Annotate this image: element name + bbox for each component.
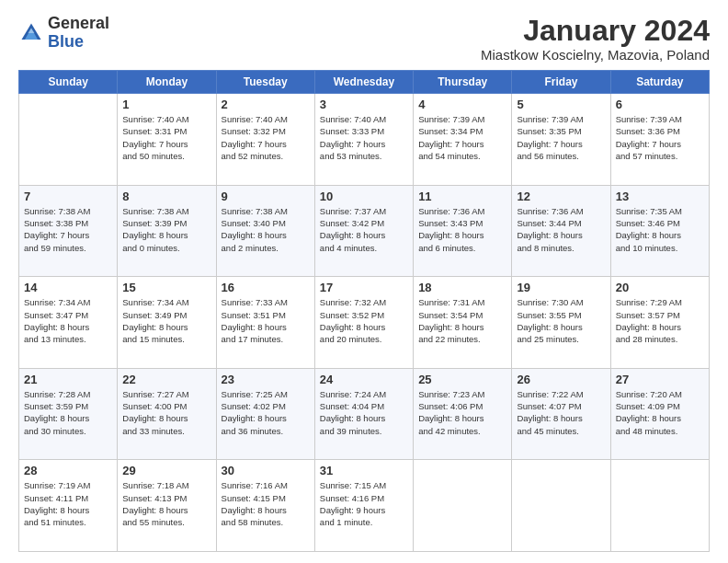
day-info-24: Sunrise: 7:24 AM Sunset: 4:04 PM Dayligh…: [320, 388, 408, 437]
day-number-5: 5: [517, 98, 605, 111]
calendar-cell-w4-d7: 27Sunrise: 7:20 AM Sunset: 4:09 PM Dayli…: [610, 368, 709, 460]
calendar-table: Sunday Monday Tuesday Wednesday Thursday…: [18, 70, 710, 552]
day-info-2: Sunrise: 7:40 AM Sunset: 3:32 PM Dayligh…: [222, 113, 310, 162]
week-row-2: 7Sunrise: 7:38 AM Sunset: 3:38 PM Daylig…: [19, 185, 710, 277]
calendar-cell-w1-d2: 1Sunrise: 7:40 AM Sunset: 3:31 PM Daylig…: [118, 94, 216, 186]
calendar-cell-w5-d2: 29Sunrise: 7:18 AM Sunset: 4:13 PM Dayli…: [118, 460, 216, 552]
calendar-cell-w5-d1: 28Sunrise: 7:19 AM Sunset: 4:11 PM Dayli…: [19, 460, 118, 552]
day-number-6: 6: [616, 98, 704, 111]
day-number-10: 10: [320, 190, 408, 203]
calendar-cell-w4-d1: 21Sunrise: 7:28 AM Sunset: 3:59 PM Dayli…: [19, 368, 118, 460]
day-number-31: 31: [320, 464, 408, 477]
calendar-cell-w3-d5: 18Sunrise: 7:31 AM Sunset: 3:54 PM Dayli…: [414, 277, 512, 369]
calendar-cell-w4-d3: 23Sunrise: 7:25 AM Sunset: 4:02 PM Dayli…: [216, 368, 314, 460]
day-number-19: 19: [517, 281, 605, 294]
week-row-3: 14Sunrise: 7:34 AM Sunset: 3:47 PM Dayli…: [19, 277, 710, 369]
day-number-3: 3: [320, 98, 408, 111]
header-thursday: Thursday: [414, 71, 512, 94]
calendar-cell-w2-d1: 7Sunrise: 7:38 AM Sunset: 3:38 PM Daylig…: [19, 185, 118, 277]
day-info-11: Sunrise: 7:36 AM Sunset: 3:43 PM Dayligh…: [418, 205, 506, 254]
header-tuesday: Tuesday: [216, 71, 314, 94]
calendar-cell-w4-d4: 24Sunrise: 7:24 AM Sunset: 4:04 PM Dayli…: [314, 368, 413, 460]
day-number-16: 16: [222, 281, 310, 294]
day-number-18: 18: [418, 281, 506, 294]
calendar-cell-w4-d2: 22Sunrise: 7:27 AM Sunset: 4:00 PM Dayli…: [118, 368, 216, 460]
page: General Blue January 2024 Miastkow Kosci…: [0, 0, 728, 563]
day-info-19: Sunrise: 7:30 AM Sunset: 3:55 PM Dayligh…: [517, 296, 605, 345]
day-number-14: 14: [24, 281, 112, 294]
day-number-2: 2: [222, 98, 310, 111]
day-info-16: Sunrise: 7:33 AM Sunset: 3:51 PM Dayligh…: [222, 296, 310, 345]
calendar-cell-w4-d6: 26Sunrise: 7:22 AM Sunset: 4:07 PM Dayli…: [512, 368, 610, 460]
calendar-cell-w1-d7: 6Sunrise: 7:39 AM Sunset: 3:36 PM Daylig…: [610, 94, 709, 186]
day-info-21: Sunrise: 7:28 AM Sunset: 3:59 PM Dayligh…: [24, 388, 112, 437]
day-info-3: Sunrise: 7:40 AM Sunset: 3:33 PM Dayligh…: [320, 113, 408, 162]
day-info-12: Sunrise: 7:36 AM Sunset: 3:44 PM Dayligh…: [517, 205, 605, 254]
location-subtitle: Miastkow Koscielny, Mazovia, Poland: [481, 47, 710, 63]
header-monday: Monday: [118, 71, 216, 94]
calendar-cell-w5-d5: [414, 460, 512, 552]
logo: General Blue: [18, 15, 109, 52]
header-saturday: Saturday: [610, 71, 709, 94]
calendar-cell-w3-d3: 16Sunrise: 7:33 AM Sunset: 3:51 PM Dayli…: [216, 277, 314, 369]
month-title: January 2024: [481, 15, 710, 47]
calendar-cell-w3-d4: 17Sunrise: 7:32 AM Sunset: 3:52 PM Dayli…: [314, 277, 413, 369]
day-info-4: Sunrise: 7:39 AM Sunset: 3:34 PM Dayligh…: [418, 113, 506, 162]
day-info-14: Sunrise: 7:34 AM Sunset: 3:47 PM Dayligh…: [24, 296, 112, 345]
calendar-cell-w3-d6: 19Sunrise: 7:30 AM Sunset: 3:55 PM Dayli…: [512, 277, 610, 369]
week-row-4: 21Sunrise: 7:28 AM Sunset: 3:59 PM Dayli…: [19, 368, 710, 460]
day-number-1: 1: [122, 98, 210, 111]
day-info-1: Sunrise: 7:40 AM Sunset: 3:31 PM Dayligh…: [122, 113, 210, 162]
day-info-31: Sunrise: 7:15 AM Sunset: 4:16 PM Dayligh…: [320, 479, 408, 528]
calendar-cell-w2-d7: 13Sunrise: 7:35 AM Sunset: 3:46 PM Dayli…: [610, 185, 709, 277]
logo-general: General: [48, 14, 109, 32]
day-number-13: 13: [616, 190, 704, 203]
day-number-15: 15: [122, 281, 210, 294]
calendar-cell-w5-d4: 31Sunrise: 7:15 AM Sunset: 4:16 PM Dayli…: [314, 460, 413, 552]
day-info-22: Sunrise: 7:27 AM Sunset: 4:00 PM Dayligh…: [122, 388, 210, 437]
calendar-cell-w3-d1: 14Sunrise: 7:34 AM Sunset: 3:47 PM Dayli…: [19, 277, 118, 369]
calendar-cell-w2-d6: 12Sunrise: 7:36 AM Sunset: 3:44 PM Dayli…: [512, 185, 610, 277]
calendar-cell-w1-d6: 5Sunrise: 7:39 AM Sunset: 3:35 PM Daylig…: [512, 94, 610, 186]
day-info-25: Sunrise: 7:23 AM Sunset: 4:06 PM Dayligh…: [418, 388, 506, 437]
week-row-5: 28Sunrise: 7:19 AM Sunset: 4:11 PM Dayli…: [19, 460, 710, 552]
day-number-23: 23: [222, 373, 310, 386]
calendar-cell-w4-d5: 25Sunrise: 7:23 AM Sunset: 4:06 PM Dayli…: [414, 368, 512, 460]
day-number-21: 21: [24, 373, 112, 386]
day-info-15: Sunrise: 7:34 AM Sunset: 3:49 PM Dayligh…: [122, 296, 210, 345]
week-row-1: 1Sunrise: 7:40 AM Sunset: 3:31 PM Daylig…: [19, 94, 710, 186]
day-info-6: Sunrise: 7:39 AM Sunset: 3:36 PM Dayligh…: [616, 113, 704, 162]
day-info-17: Sunrise: 7:32 AM Sunset: 3:52 PM Dayligh…: [320, 296, 408, 345]
day-info-10: Sunrise: 7:37 AM Sunset: 3:42 PM Dayligh…: [320, 205, 408, 254]
calendar-body: 1Sunrise: 7:40 AM Sunset: 3:31 PM Daylig…: [19, 94, 710, 552]
day-info-29: Sunrise: 7:18 AM Sunset: 4:13 PM Dayligh…: [122, 479, 210, 528]
day-info-27: Sunrise: 7:20 AM Sunset: 4:09 PM Dayligh…: [616, 388, 704, 437]
day-info-30: Sunrise: 7:16 AM Sunset: 4:15 PM Dayligh…: [222, 479, 310, 528]
day-number-30: 30: [222, 464, 310, 477]
day-number-9: 9: [222, 190, 310, 203]
calendar-cell-w1-d5: 4Sunrise: 7:39 AM Sunset: 3:34 PM Daylig…: [414, 94, 512, 186]
day-number-11: 11: [418, 190, 506, 203]
weekday-header-row: Sunday Monday Tuesday Wednesday Thursday…: [19, 71, 710, 94]
header-wednesday: Wednesday: [314, 71, 413, 94]
day-info-23: Sunrise: 7:25 AM Sunset: 4:02 PM Dayligh…: [222, 388, 310, 437]
title-block: January 2024 Miastkow Koscielny, Mazovia…: [481, 15, 710, 63]
calendar-cell-w1-d4: 3Sunrise: 7:40 AM Sunset: 3:33 PM Daylig…: [314, 94, 413, 186]
day-number-24: 24: [320, 373, 408, 386]
day-number-22: 22: [122, 373, 210, 386]
calendar-cell-w5-d3: 30Sunrise: 7:16 AM Sunset: 4:15 PM Dayli…: [216, 460, 314, 552]
calendar-cell-w2-d2: 8Sunrise: 7:38 AM Sunset: 3:39 PM Daylig…: [118, 185, 216, 277]
calendar-cell-w2-d3: 9Sunrise: 7:38 AM Sunset: 3:40 PM Daylig…: [216, 185, 314, 277]
logo-blue: Blue: [48, 32, 84, 51]
day-info-26: Sunrise: 7:22 AM Sunset: 4:07 PM Dayligh…: [517, 388, 605, 437]
day-info-7: Sunrise: 7:38 AM Sunset: 3:38 PM Dayligh…: [24, 205, 112, 254]
day-info-13: Sunrise: 7:35 AM Sunset: 3:46 PM Dayligh…: [616, 205, 704, 254]
calendar-cell-w2-d5: 11Sunrise: 7:36 AM Sunset: 3:43 PM Dayli…: [414, 185, 512, 277]
day-info-28: Sunrise: 7:19 AM Sunset: 4:11 PM Dayligh…: [24, 479, 112, 528]
day-number-4: 4: [418, 98, 506, 111]
logo-icon: [18, 20, 44, 46]
day-info-18: Sunrise: 7:31 AM Sunset: 3:54 PM Dayligh…: [418, 296, 506, 345]
day-number-29: 29: [122, 464, 210, 477]
logo-text: General Blue: [48, 15, 109, 52]
day-number-25: 25: [418, 373, 506, 386]
